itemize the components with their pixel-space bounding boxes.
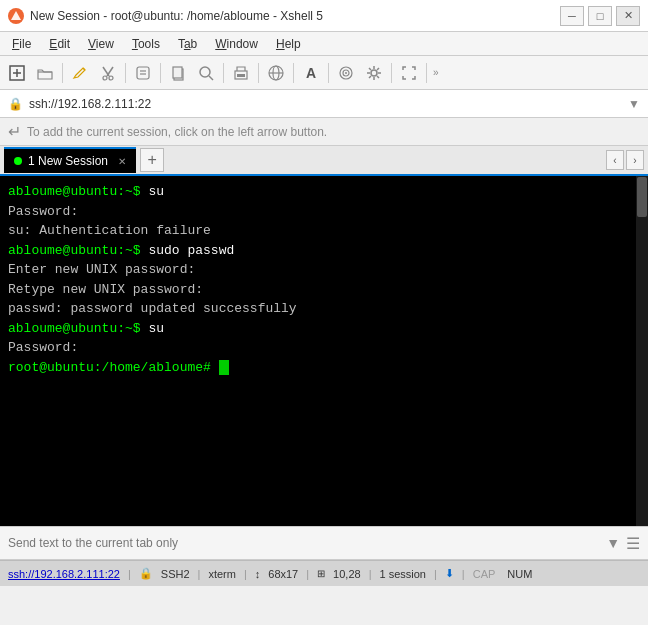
search-button[interactable]: [193, 60, 219, 86]
status-coord: 10,28: [333, 568, 361, 580]
status-sessions: 1 session: [380, 568, 426, 580]
menu-bar: File Edit View Tools Tab Window Help: [0, 32, 648, 56]
hint-text: To add the current session, click on the…: [27, 125, 327, 139]
prompt-4: root@ubuntu:/home/abloume#: [8, 360, 219, 375]
toolbar-sep-2: [125, 63, 126, 83]
status-coord-icon: ⊞: [317, 568, 325, 579]
globe-button[interactable]: [263, 60, 289, 86]
cmd-2: sudo passwd: [148, 243, 234, 258]
address-dropdown-icon[interactable]: ▼: [628, 97, 640, 111]
tab-prev-button[interactable]: ‹: [606, 150, 624, 170]
new-tab-button[interactable]: +: [140, 148, 164, 172]
new-session-button[interactable]: [4, 60, 30, 86]
terminal-line-9: Password:: [8, 338, 640, 358]
toolbar: A »: [0, 56, 648, 90]
prompt-2: abloume@ubuntu:~$: [8, 243, 148, 258]
svg-rect-13: [173, 67, 182, 78]
status-terminal: xterm: [208, 568, 236, 580]
prompt-1: abloume@ubuntu:~$: [8, 184, 148, 199]
toolbar-sep-4: [223, 63, 224, 83]
hint-bar: ↵ To add the current session, click on t…: [0, 118, 648, 146]
terminal-line-8: abloume@ubuntu:~$ su: [8, 319, 640, 339]
minimize-button[interactable]: ─: [560, 6, 584, 26]
window-controls: ─ □ ✕: [560, 6, 640, 26]
status-caps: CAP: [473, 568, 496, 580]
hint-icon: ↵: [8, 122, 21, 141]
tab-label: 1 New Session: [28, 154, 108, 168]
svg-marker-0: [11, 11, 21, 20]
terminal-line-4: abloume@ubuntu:~$ sudo passwd: [8, 241, 640, 261]
toolbar-sep-9: [426, 63, 427, 83]
tab-active-indicator: [14, 157, 22, 165]
tab-navigation: ‹ ›: [606, 150, 644, 170]
tab-close-button[interactable]: ✕: [118, 156, 126, 167]
xshell-icon: [8, 8, 24, 24]
menu-file[interactable]: File: [4, 35, 39, 53]
status-size: 68x17: [268, 568, 298, 580]
svg-line-6: [107, 67, 113, 76]
menu-window[interactable]: Window: [207, 35, 266, 53]
title-bar: New Session - root@ubuntu: /home/abloume…: [0, 0, 648, 32]
close-button[interactable]: ✕: [616, 6, 640, 26]
toolbar-sep-7: [328, 63, 329, 83]
address-value[interactable]: ssh://192.168.2.111:22: [29, 97, 622, 111]
status-num: NUM: [507, 568, 532, 580]
svg-line-4: [83, 68, 85, 70]
menu-tools[interactable]: Tools: [124, 35, 168, 53]
menu-tab[interactable]: Tab: [170, 35, 205, 53]
svg-point-23: [345, 72, 347, 74]
menu-edit[interactable]: Edit: [41, 35, 78, 53]
menu-view[interactable]: View: [80, 35, 122, 53]
toolbar-more[interactable]: »: [433, 67, 439, 78]
status-download-icon[interactable]: ⬇: [445, 567, 454, 580]
tab-new-session[interactable]: 1 New Session ✕: [4, 147, 136, 173]
send-dropdown-icon[interactable]: ▼: [606, 535, 620, 551]
terminal-line-2: Password:: [8, 202, 640, 222]
status-lock-icon: 🔒: [139, 567, 153, 580]
svg-rect-9: [137, 67, 149, 79]
cmd-1: su: [148, 184, 164, 199]
svg-point-24: [371, 70, 377, 76]
send-text-bar: ▼ ☰: [0, 526, 648, 560]
send-text-input[interactable]: [8, 536, 600, 550]
open-button[interactable]: [32, 60, 58, 86]
title-bar-left: New Session - root@ubuntu: /home/abloume…: [8, 8, 323, 24]
cmd-3: su: [148, 321, 164, 336]
toolbar-sep-1: [62, 63, 63, 83]
terminal-line-10: root@ubuntu:/home/abloume#: [8, 358, 640, 378]
tab-bar: 1 New Session ✕ + ‹ ›: [0, 146, 648, 176]
config-button[interactable]: [361, 60, 387, 86]
address-bar: 🔒 ssh://192.168.2.111:22 ▼: [0, 90, 648, 118]
toolbar-sep-8: [391, 63, 392, 83]
maximize-button[interactable]: □: [588, 6, 612, 26]
copy-button[interactable]: [165, 60, 191, 86]
tab-next-button[interactable]: ›: [626, 150, 644, 170]
lock-icon: 🔒: [8, 97, 23, 111]
print-button[interactable]: [228, 60, 254, 86]
audio-button[interactable]: [333, 60, 359, 86]
window-title: New Session - root@ubuntu: /home/abloume…: [30, 9, 323, 23]
terminal-line-6: Retype new UNIX password:: [8, 280, 640, 300]
send-menu-icon[interactable]: ☰: [626, 534, 640, 553]
status-connection: ssh://192.168.2.111:22: [8, 568, 120, 580]
terminal-scrollbar[interactable]: [636, 176, 648, 526]
status-resize-icon: ↕: [255, 568, 261, 580]
terminal-area[interactable]: abloume@ubuntu:~$ su Password: su: Authe…: [0, 176, 648, 526]
svg-point-14: [200, 67, 210, 77]
terminal-line-3: su: Authentication failure: [8, 221, 640, 241]
terminal-line-5: Enter new UNIX password:: [8, 260, 640, 280]
status-bar: ssh://192.168.2.111:22 | 🔒 SSH2 | xterm …: [0, 560, 648, 586]
connection-link[interactable]: ssh://192.168.2.111:22: [8, 568, 120, 580]
svg-line-15: [209, 76, 213, 80]
properties-button[interactable]: [130, 60, 156, 86]
terminal-scrollbar-thumb: [637, 177, 647, 217]
edit-button[interactable]: [67, 60, 93, 86]
svg-rect-17: [237, 74, 245, 77]
font-button[interactable]: A: [298, 60, 324, 86]
svg-point-7: [103, 76, 107, 80]
fullscreen-button[interactable]: [396, 60, 422, 86]
menu-help[interactable]: Help: [268, 35, 309, 53]
cut-button[interactable]: [95, 60, 121, 86]
toolbar-sep-5: [258, 63, 259, 83]
status-protocol: SSH2: [161, 568, 190, 580]
